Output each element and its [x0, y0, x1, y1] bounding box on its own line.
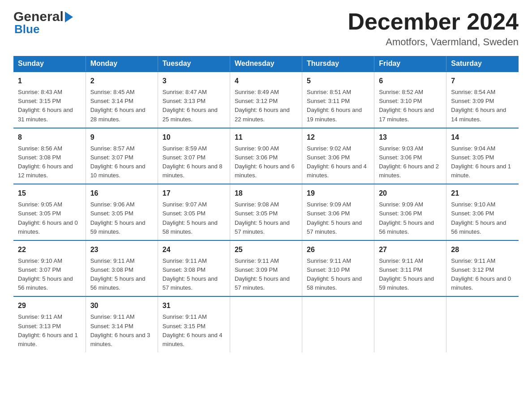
col-sunday: Sunday — [13, 56, 86, 72]
day-info: Sunrise: 9:11 AMSunset: 3:08 PMDaylight:… — [163, 257, 218, 291]
table-row: 5 Sunrise: 8:51 AMSunset: 3:11 PMDayligh… — [302, 72, 374, 128]
day-info: Sunrise: 8:51 AMSunset: 3:11 PMDaylight:… — [307, 89, 362, 122]
logo-general-text: General — [13, 9, 64, 24]
day-number: 18 — [235, 188, 297, 199]
col-friday: Friday — [374, 56, 446, 72]
table-row: 1 Sunrise: 8:43 AMSunset: 3:15 PMDayligh… — [13, 72, 86, 128]
day-info: Sunrise: 8:54 AMSunset: 3:09 PMDaylight:… — [451, 89, 506, 122]
table-row: 26 Sunrise: 9:11 AMSunset: 3:10 PMDaylig… — [302, 240, 374, 297]
table-row: 3 Sunrise: 8:47 AMSunset: 3:13 PMDayligh… — [158, 72, 230, 128]
day-number: 7 — [451, 76, 514, 86]
day-info: Sunrise: 9:11 AMSunset: 3:15 PMDaylight:… — [163, 313, 223, 347]
day-number: 31 — [163, 300, 225, 311]
day-number: 5 — [307, 76, 369, 86]
day-info: Sunrise: 8:52 AMSunset: 3:10 PMDaylight:… — [379, 89, 434, 122]
table-row: 9 Sunrise: 8:57 AMSunset: 3:07 PMDayligh… — [86, 128, 158, 184]
day-number: 10 — [163, 132, 225, 143]
day-info: Sunrise: 9:11 AMSunset: 3:12 PMDaylight:… — [451, 257, 511, 291]
day-number: 15 — [18, 188, 81, 199]
day-info: Sunrise: 9:11 AMSunset: 3:11 PMDaylight:… — [379, 257, 434, 291]
table-row: 19 Sunrise: 9:09 AMSunset: 3:06 PMDaylig… — [302, 184, 374, 240]
day-number: 8 — [18, 132, 81, 143]
day-info: Sunrise: 9:03 AMSunset: 3:06 PMDaylight:… — [379, 145, 439, 179]
day-info: Sunrise: 9:04 AMSunset: 3:05 PMDaylight:… — [451, 145, 511, 179]
day-info: Sunrise: 8:59 AMSunset: 3:07 PMDaylight:… — [163, 145, 223, 179]
table-row: 18 Sunrise: 9:08 AMSunset: 3:05 PMDaylig… — [230, 184, 302, 240]
day-info: Sunrise: 9:10 AMSunset: 3:06 PMDaylight:… — [451, 201, 506, 235]
table-row: 7 Sunrise: 8:54 AMSunset: 3:09 PMDayligh… — [446, 72, 519, 128]
table-row: 30 Sunrise: 9:11 AMSunset: 3:14 PMDaylig… — [86, 296, 158, 352]
day-number: 11 — [235, 132, 297, 143]
table-row: 14 Sunrise: 9:04 AMSunset: 3:05 PMDaylig… — [446, 128, 519, 184]
calendar-week-row: 1 Sunrise: 8:43 AMSunset: 3:15 PMDayligh… — [13, 72, 519, 128]
col-monday: Monday — [86, 56, 158, 72]
day-info: Sunrise: 9:10 AMSunset: 3:07 PMDaylight:… — [18, 257, 73, 291]
day-number: 3 — [163, 76, 225, 86]
day-info: Sunrise: 9:00 AMSunset: 3:06 PMDaylight:… — [235, 145, 295, 179]
day-info: Sunrise: 8:47 AMSunset: 3:13 PMDaylight:… — [163, 89, 218, 122]
day-number: 22 — [18, 244, 81, 255]
day-info: Sunrise: 8:49 AMSunset: 3:12 PMDaylight:… — [235, 89, 290, 122]
table-row: 25 Sunrise: 9:11 AMSunset: 3:09 PMDaylig… — [230, 240, 302, 297]
table-row: 11 Sunrise: 9:00 AMSunset: 3:06 PMDaylig… — [230, 128, 302, 184]
day-number: 4 — [235, 76, 297, 86]
day-info: Sunrise: 9:02 AMSunset: 3:06 PMDaylight:… — [307, 145, 367, 179]
calendar-week-row: 22 Sunrise: 9:10 AMSunset: 3:07 PMDaylig… — [13, 240, 519, 297]
day-number: 24 — [163, 244, 225, 255]
day-number: 17 — [163, 188, 225, 199]
day-number: 6 — [379, 76, 442, 86]
calendar-week-row: 15 Sunrise: 9:05 AMSunset: 3:05 PMDaylig… — [13, 184, 519, 240]
table-row: 10 Sunrise: 8:59 AMSunset: 3:07 PMDaylig… — [158, 128, 230, 184]
table-row: 29 Sunrise: 9:11 AMSunset: 3:13 PMDaylig… — [13, 296, 86, 352]
day-info: Sunrise: 9:09 AMSunset: 3:06 PMDaylight:… — [307, 201, 362, 235]
day-number: 26 — [307, 244, 369, 255]
day-number: 2 — [90, 76, 153, 86]
day-number: 23 — [90, 244, 153, 255]
day-number: 12 — [307, 132, 369, 143]
day-number: 28 — [451, 244, 514, 255]
table-row: 31 Sunrise: 9:11 AMSunset: 3:15 PMDaylig… — [158, 296, 230, 352]
table-row: 12 Sunrise: 9:02 AMSunset: 3:06 PMDaylig… — [302, 128, 374, 184]
day-info: Sunrise: 8:56 AMSunset: 3:08 PMDaylight:… — [18, 145, 73, 179]
day-info: Sunrise: 9:06 AMSunset: 3:05 PMDaylight:… — [90, 201, 146, 235]
day-info: Sunrise: 9:05 AMSunset: 3:05 PMDaylight:… — [18, 201, 78, 235]
table-row — [446, 296, 519, 352]
table-row — [302, 296, 374, 352]
day-info: Sunrise: 9:09 AMSunset: 3:06 PMDaylight:… — [379, 201, 434, 235]
col-saturday: Saturday — [446, 56, 519, 72]
col-thursday: Thursday — [302, 56, 374, 72]
table-row: 8 Sunrise: 8:56 AMSunset: 3:08 PMDayligh… — [13, 128, 86, 184]
page-header: General Blue December 2024 Amotfors, Vae… — [13, 9, 519, 48]
location-text: Amotfors, Vaermland, Sweden — [348, 36, 519, 48]
table-row: 27 Sunrise: 9:11 AMSunset: 3:11 PMDaylig… — [374, 240, 446, 297]
col-wednesday: Wednesday — [230, 56, 302, 72]
day-number: 27 — [379, 244, 442, 255]
table-row: 23 Sunrise: 9:11 AMSunset: 3:08 PMDaylig… — [86, 240, 158, 297]
calendar-week-row: 29 Sunrise: 9:11 AMSunset: 3:13 PMDaylig… — [13, 296, 519, 352]
day-number: 21 — [451, 188, 514, 199]
logo: General Blue — [13, 9, 73, 36]
day-number: 29 — [18, 300, 81, 311]
day-info: Sunrise: 9:08 AMSunset: 3:05 PMDaylight:… — [235, 201, 290, 235]
logo-blue-text: Blue — [13, 22, 39, 36]
table-row: 16 Sunrise: 9:06 AMSunset: 3:05 PMDaylig… — [86, 184, 158, 240]
table-row: 4 Sunrise: 8:49 AMSunset: 3:12 PMDayligh… — [230, 72, 302, 128]
table-row: 28 Sunrise: 9:11 AMSunset: 3:12 PMDaylig… — [446, 240, 519, 297]
table-row: 13 Sunrise: 9:03 AMSunset: 3:06 PMDaylig… — [374, 128, 446, 184]
day-info: Sunrise: 9:11 AMSunset: 3:14 PMDaylight:… — [90, 313, 150, 347]
table-row: 2 Sunrise: 8:45 AMSunset: 3:14 PMDayligh… — [86, 72, 158, 128]
col-tuesday: Tuesday — [158, 56, 230, 72]
table-row: 20 Sunrise: 9:09 AMSunset: 3:06 PMDaylig… — [374, 184, 446, 240]
calendar-header-row: Sunday Monday Tuesday Wednesday Thursday… — [13, 56, 519, 72]
day-number: 14 — [451, 132, 514, 143]
day-number: 30 — [90, 300, 153, 311]
day-number: 1 — [18, 76, 81, 86]
day-number: 19 — [307, 188, 369, 199]
month-title: December 2024 — [348, 9, 519, 34]
day-info: Sunrise: 8:57 AMSunset: 3:07 PMDaylight:… — [90, 145, 146, 179]
day-info: Sunrise: 8:43 AMSunset: 3:15 PMDaylight:… — [18, 89, 73, 122]
day-number: 9 — [90, 132, 153, 143]
day-info: Sunrise: 9:11 AMSunset: 3:10 PMDaylight:… — [307, 257, 362, 291]
table-row: 17 Sunrise: 9:07 AMSunset: 3:05 PMDaylig… — [158, 184, 230, 240]
day-info: Sunrise: 9:11 AMSunset: 3:13 PMDaylight:… — [18, 313, 78, 347]
